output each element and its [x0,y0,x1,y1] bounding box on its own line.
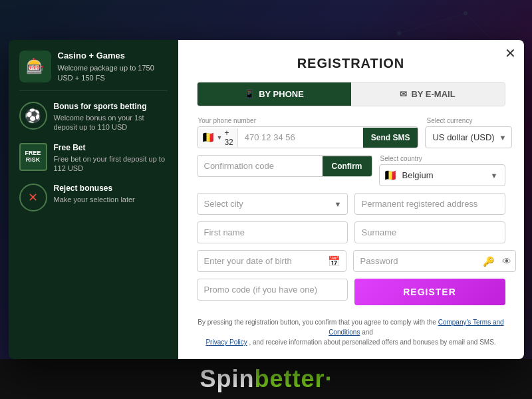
sidebar-item-freebet: FREERISK Free Bet Free bet on your first… [19,143,168,174]
confirm-button[interactable]: Confirm [323,156,372,176]
eye-icon[interactable]: 👁 [498,256,515,267]
country-group: Select country 🇧🇪 Belgium ▼ [379,155,505,186]
currency-chevron: ▼ [499,134,509,142]
terms-prefix: By pressing the registration button, you… [198,319,436,326]
name-row [197,221,505,243]
confirmation-group: Confirm [197,155,372,186]
address-input[interactable] [354,193,505,215]
phone-tab-icon: 📱 [244,89,255,99]
promo-register-row: REGISTER [197,279,505,305]
currency-select-wrap: US dollar (USD) ▼ [425,126,512,148]
casino-emoji: 🎰 [26,58,44,75]
confirmation-input[interactable] [198,156,323,176]
address-group [354,193,505,215]
reject-title: Reject bonuses [54,184,135,193]
city-select[interactable]: Select city [200,194,334,214]
reject-text: Reject bonuses Make your selection later [54,184,135,204]
key-icon: 🔑 [479,256,498,267]
phone-label: Your phone number [197,117,419,124]
freebet-desc: Free bet on your first deposit up to 112… [54,154,168,174]
city-address-row: Select city ▼ [197,193,505,215]
terms-text: By pressing the registration button, you… [197,317,505,347]
country-select[interactable]: Belgium [401,165,487,186]
reject-icon: ✕ [19,184,47,211]
reject-desc: Make your selection later [54,195,135,204]
privacy-link[interactable]: Privacy Policy [205,338,247,346]
country-label: Select country [379,155,505,162]
casino-icon: 🎰 [19,51,51,82]
modal-title: REGISTRATION [197,56,505,71]
currency-label: Select currency [425,117,512,124]
sports-icon: ⚽ [19,102,47,130]
dob-password-row: 📅 🔑 👁 [197,250,505,272]
sports-text: Bonus for sports betting Welcome bonus o… [54,102,168,132]
surname-group [354,221,505,243]
city-group: Select city ▼ [197,193,348,215]
country-code: + 32 [224,128,233,147]
firstname-input[interactable] [197,221,348,243]
country-select-wrap: 🇧🇪 Belgium ▼ [379,164,505,186]
freebet-title: Free Bet [54,143,168,152]
password-input[interactable] [354,251,479,271]
email-tab-icon: ✉ [400,89,407,99]
phone-input[interactable] [238,127,363,148]
flag-select[interactable]: 🇧🇪 ▼ + 32 [198,128,238,147]
sports-desc: Welcome bonus on your 1st deposit up to … [54,113,168,132]
flag-emoji: 🇧🇪 [201,131,215,144]
sidebar-casino-promo: 🎰 Casino + Games Welcome package up to 1… [19,51,168,91]
dob-input[interactable] [198,251,323,271]
terms-suffix: , and receive information about personal… [249,338,495,346]
freebet-text: Free Bet Free bet on your first deposit … [54,143,168,174]
close-button[interactable]: ✕ [505,47,516,60]
city-select-wrap: Select city ▼ [197,193,348,215]
surname-input[interactable] [354,221,505,243]
dob-group: 📅 [197,250,346,272]
phone-tab-label: BY PHONE [259,89,304,99]
currency-select[interactable]: US dollar (USD) [428,127,499,148]
country-chevron: ▼ [491,172,501,180]
promo-input[interactable] [197,279,348,301]
casino-text: Casino + Games Welcome package up to 175… [58,51,168,82]
sports-title: Bonus for sports betting [54,102,168,111]
confirmation-country-row: Confirm Select country 🇧🇪 Belgium ▼ [197,155,505,186]
phone-currency-row: Your phone number 🇧🇪 ▼ + 32 Send SMS Sel… [197,117,505,148]
freebet-icon: FREERISK [19,143,47,171]
firstname-group [197,221,348,243]
flag-chevron: ▼ [217,134,223,141]
send-sms-button[interactable]: Send SMS [363,128,418,148]
casino-subtitle: Welcome package up to 1750 USD + 150 FS [58,63,168,82]
email-tab-label: BY E-MAIL [411,89,455,99]
promo-group [197,279,348,305]
tab-row: 📱 BY PHONE ✉ BY E-MAIL [197,82,505,106]
phone-group: Your phone number 🇧🇪 ▼ + 32 Send SMS [197,117,419,148]
sidebar: 🎰 Casino + Games Welcome package up to 1… [9,40,178,359]
sidebar-item-sports: ⚽ Bonus for sports betting Welcome bonus… [19,102,168,132]
terms-and: and [362,329,373,336]
casino-title: Casino + Games [58,51,168,61]
dob-wrap: 📅 [197,250,346,272]
calendar-icon: 📅 [323,255,346,267]
register-button[interactable]: REGISTER [354,279,505,305]
tab-phone[interactable]: 📱 BY PHONE [198,82,351,106]
registration-modal: ✕ REGISTRATION 📱 BY PHONE ✉ BY E-MAIL Yo… [178,40,524,359]
sidebar-item-reject[interactable]: ✕ Reject bonuses Make your selection lat… [19,184,168,211]
password-wrap: 🔑 👁 [353,250,516,272]
currency-group: Select currency US dollar (USD) ▼ [425,117,512,148]
tab-email[interactable]: ✉ BY E-MAIL [351,82,505,106]
phone-input-wrap: 🇧🇪 ▼ + 32 Send SMS [197,126,419,148]
city-chevron: ▼ [334,200,344,208]
country-flag: 🇧🇪 [384,169,397,182]
confirmation-input-wrap: Confirm [197,155,372,177]
modal-overlay: 🎰 Casino + Games Welcome package up to 1… [0,0,532,399]
modal-wrapper: 🎰 Casino + Games Welcome package up to 1… [9,40,524,359]
register-group: REGISTER [354,279,505,305]
password-group: 🔑 👁 [353,250,516,272]
